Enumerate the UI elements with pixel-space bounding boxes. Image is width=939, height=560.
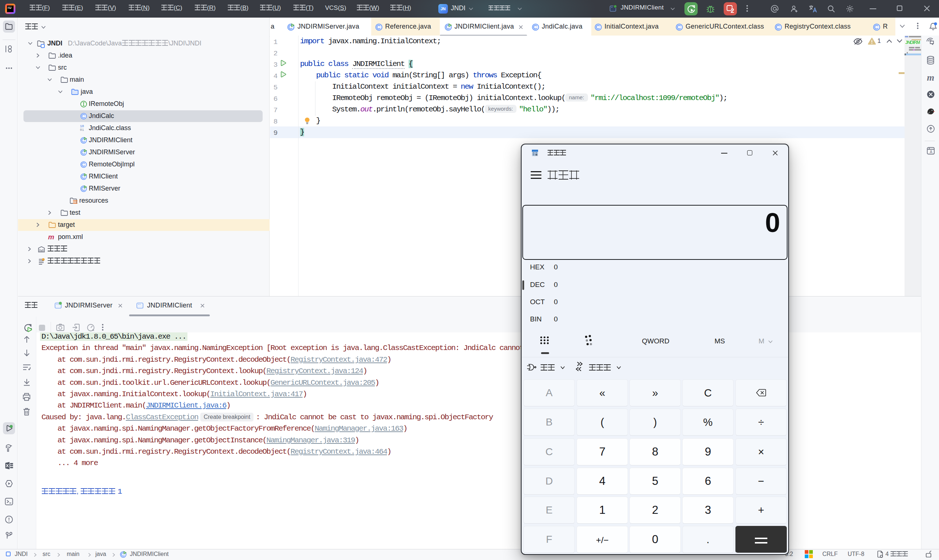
svg-text:A: A bbox=[930, 150, 933, 154]
